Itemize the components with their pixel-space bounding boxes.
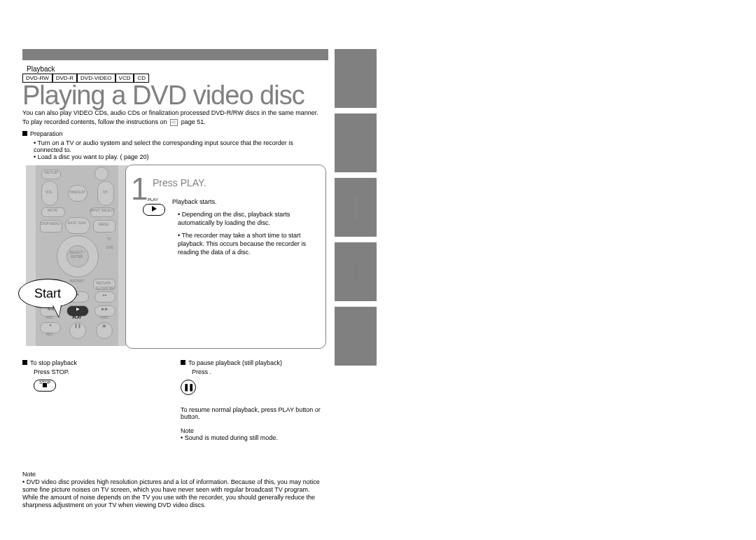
step-line: • Depending on the disc, playback starts… bbox=[178, 210, 319, 227]
remote-open: ▣ bbox=[96, 322, 113, 339]
square-bullet-icon bbox=[22, 131, 27, 136]
step-title: Press PLAY. bbox=[153, 177, 206, 188]
note-line: • Sound is muted during still mode. bbox=[181, 434, 328, 441]
prep-item: • Turn on a TV or audio system and selec… bbox=[34, 139, 323, 153]
remote-pause: ❚❚ bbox=[69, 322, 86, 339]
play-triangle-icon bbox=[152, 206, 157, 212]
resume-line: To resume normal playback, press PLAY bu… bbox=[181, 406, 328, 420]
pause-line: Press . bbox=[192, 368, 328, 375]
pause-block: To pause playback (still playback) Press… bbox=[181, 359, 328, 441]
remote-illustration: SETUP VOL CH TIMESLIP MUTE INPUT SELECT … bbox=[26, 165, 128, 346]
remote-btn-setup: SETUP bbox=[41, 169, 61, 179]
step-body: Playback starts. • Depending on the disc… bbox=[172, 198, 319, 261]
remote-easy bbox=[65, 217, 90, 234]
step-line: Playback starts. bbox=[172, 198, 319, 206]
side-tab bbox=[335, 307, 377, 366]
intro-line: You can also play VIDEO CDs, audio CDs o… bbox=[22, 109, 323, 118]
pause-heading: To pause playback (still playback) bbox=[188, 359, 282, 366]
step-number: 1 bbox=[131, 172, 148, 207]
square-bullet-icon bbox=[181, 360, 186, 365]
side-tab: Editing bbox=[335, 242, 377, 301]
timeslip-label: TIMESLIP bbox=[64, 190, 90, 194]
pause-bars-icon: ❚❚ bbox=[183, 383, 193, 391]
stop-heading: To stop playback bbox=[30, 359, 77, 366]
header-bar bbox=[22, 49, 328, 60]
note-heading: Note bbox=[22, 471, 327, 478]
section-label: Playback bbox=[27, 65, 55, 73]
page-ref-icon: ➪ bbox=[170, 119, 178, 126]
manual-page: Playback DVD-RW DVD-R DVD-VIDEO VCD CD P… bbox=[0, 0, 756, 540]
intro-text: You can also play VIDEO CDs, audio CDs o… bbox=[22, 109, 323, 127]
side-tab-label: Playback bbox=[353, 196, 359, 219]
stop-small-label: STOP bbox=[39, 380, 50, 385]
side-tab-active: Playback bbox=[335, 178, 377, 237]
step-line: • The recorder may take a short time to … bbox=[178, 231, 319, 256]
intro-line: To play recorded contents, follow the in… bbox=[22, 118, 323, 127]
stop-block: To stop playback Press STOP. bbox=[22, 359, 162, 392]
preparation-block: Preparation • Turn on a TV or audio syst… bbox=[22, 130, 323, 160]
bottom-note: Note • DVD video disc provides high reso… bbox=[22, 471, 327, 509]
prep-heading: Preparation bbox=[30, 130, 63, 137]
remote-btn bbox=[94, 167, 108, 181]
side-tab-label: Editing bbox=[353, 263, 359, 280]
step-panel: SETUP VOL CH TIMESLIP MUTE INPUT SELECT … bbox=[22, 162, 326, 349]
bubble-tail bbox=[53, 305, 61, 317]
play-small-label: PLAY bbox=[148, 198, 158, 202]
ch-label: CH bbox=[97, 190, 113, 194]
page-title: Playing a DVD video disc bbox=[22, 81, 304, 111]
play-button-icon bbox=[143, 204, 165, 216]
side-tab bbox=[335, 49, 377, 108]
prep-item: • Load a disc you want to play. ( page 2… bbox=[34, 153, 323, 160]
note-text: • DVD video disc provides high resolutio… bbox=[22, 478, 327, 509]
stop-line: Press STOP. bbox=[34, 368, 162, 375]
remote-skip-fwd: ▸▸ bbox=[94, 291, 115, 303]
side-tab bbox=[335, 113, 377, 172]
side-tabs: Playback Editing bbox=[335, 49, 377, 371]
vol-label: VOL bbox=[41, 190, 57, 194]
remote-body: SETUP VOL CH TIMESLIP MUTE INPUT SELECT … bbox=[36, 165, 118, 346]
pause-button-icon: ❚❚ bbox=[181, 380, 196, 395]
square-bullet-icon bbox=[22, 360, 27, 365]
note-heading: Note bbox=[181, 427, 328, 434]
start-callout: Start bbox=[18, 279, 77, 308]
